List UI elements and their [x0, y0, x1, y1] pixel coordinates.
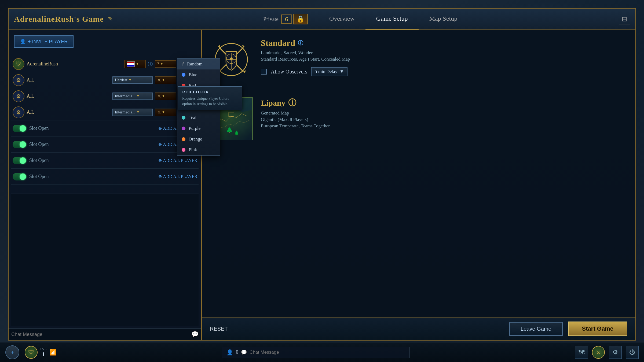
slot-toggle[interactable] [13, 173, 27, 180]
slot-row: Slot Open ⊕ ADD A.I. PLAYER [11, 153, 199, 169]
player-avatar: 🛡 [25, 346, 38, 359]
gear-icon: ⚙ [613, 349, 618, 356]
info-button[interactable]: ⓘ [148, 61, 153, 67]
avatar: ⚙ [13, 106, 24, 118]
svg-text:🌲: 🌲 [234, 131, 239, 136]
chat-input[interactable] [11, 332, 191, 337]
bottom-bar: RESET Leave Game Start Game [202, 317, 635, 340]
leave-game-button[interactable]: Leave Game [509, 322, 563, 336]
taskbar-message-icon: 💬 [241, 349, 247, 355]
plus-icon: ⊕ [158, 126, 162, 131]
taskbar-chat-input[interactable] [250, 350, 405, 355]
edit-icon[interactable]: ✎ [108, 16, 113, 23]
civ-dropdown[interactable]: ▼ [124, 60, 146, 68]
level-label: LVL [40, 347, 47, 351]
slot-toggle[interactable] [13, 141, 27, 148]
setup-desc-1: Landmarks, Sacred, Wonder [261, 50, 627, 56]
svg-text:🌲: 🌲 [226, 127, 233, 133]
color-swatch-pink [182, 148, 185, 152]
color-option-label: Random [187, 61, 203, 67]
difficulty-dropdown[interactable]: Intermedia... ▼ [112, 93, 153, 100]
delay-value: 5 min Delay [315, 69, 337, 74]
taskbar-right: 🗺 ⚔ ⚙ ⏻ [575, 346, 639, 359]
avatar: 🛡 [13, 58, 24, 70]
slot-row: Slot Open ⊕ ADD A.I. PLAYER [11, 136, 199, 153]
taskbar: + 🛡 LVL 1 📶 👤 0 💬 🗺 ⚔ ⚙ ⏻ [0, 342, 644, 362]
add-ai-button[interactable]: ⊕ ADD A.I. PLAYER [158, 174, 197, 179]
plus-icon: ⊕ [158, 158, 162, 163]
slot-label: Slot Open [29, 125, 156, 131]
color-option-label: Orange [189, 136, 202, 142]
difficulty-dropdown[interactable]: Hardest ▼ [112, 76, 153, 84]
allow-observers-label: Allow Observers [271, 69, 307, 75]
power-icon: ⏻ [629, 349, 635, 356]
invite-player-button[interactable]: 👤 + INVITE PLAYER [14, 35, 74, 48]
color-option-label: Purple [189, 126, 200, 131]
tab-game-setup[interactable]: Game Setup [365, 9, 419, 29]
observers-row: Allow Observers 5 min Delay ▼ [261, 67, 627, 76]
color-option-random[interactable]: ? Random [177, 58, 220, 69]
game-setup-content: Standard ⓘ Landmarks, Sacred, Wonder Sta… [202, 30, 635, 317]
allow-observers-checkbox[interactable] [261, 69, 267, 75]
difficulty-dropdown[interactable]: Intermedia... ▼ [112, 109, 153, 116]
taskbar-person-icon: 👤 [226, 349, 233, 356]
right-panel: Standard ⓘ Landmarks, Sacred, Wonder Sta… [202, 30, 635, 340]
table-row: ⚙ A.I. Intermedia... ▼ ⚔ ▼ 👥 ? ▼ [11, 104, 199, 120]
civ-dropdown[interactable]: ⚔ ▼ [155, 76, 176, 84]
color-option-purple[interactable]: Purple [177, 123, 220, 134]
taskbar-chat-area: 👤 0 💬 [222, 347, 410, 358]
info-icon[interactable]: ⓘ [298, 39, 303, 47]
civ-icon: ⚔ [157, 94, 161, 99]
map-section: 🌲 🌲 Lipany ⓘ Generated Map Gigantic (Max… [210, 97, 627, 140]
start-game-button[interactable]: Start Game [568, 322, 627, 336]
difficulty-label: Hardest [115, 78, 127, 82]
info-icon[interactable]: ⓘ [288, 97, 296, 108]
chevron-down-icon: ▼ [136, 62, 139, 66]
slot-label: Slot Open [29, 142, 156, 147]
header: AdrenalineRush's Game ✎ Private 6 🔒 Over… [9, 9, 635, 30]
difficulty-label: Intermedia... [115, 94, 135, 98]
civ-dropdown[interactable]: ⚔ ▼ [155, 109, 176, 116]
left-panel: 👤 + INVITE PLAYER 🛡 AdrenalineRush ▼ ⓘ [9, 30, 202, 340]
civ-dropdown[interactable]: ⚔ ▼ [155, 93, 176, 100]
civ-icon-button[interactable]: ⚔ [592, 346, 605, 359]
player-name: AdrenalineRush [27, 61, 122, 67]
wifi-icon: 📶 [49, 349, 57, 356]
color-option-label: Pink [189, 147, 197, 153]
lock-icon[interactable]: 🔒 [293, 14, 308, 24]
reset-button[interactable]: RESET [210, 326, 228, 332]
settings-button[interactable]: ⚙ [609, 346, 622, 359]
level-number: 1 [42, 351, 45, 357]
color-option-label: Teal [189, 115, 196, 120]
add-ai-button[interactable]: ⊕ ADD A.I. PLAYER [158, 158, 197, 163]
color-option-blue[interactable]: Blue [177, 69, 220, 80]
chat-area [11, 194, 199, 326]
color-swatch-blue [182, 73, 185, 77]
map-details: Lipany ⓘ Generated Map Gigantic (Max. 8 … [261, 97, 627, 140]
civ-emblem-icon: ⚔ [596, 349, 601, 356]
civ-icon: ⚔ [157, 110, 161, 115]
avatar: ⚙ [13, 74, 24, 86]
map-icon-button[interactable]: 🗺 [575, 346, 588, 359]
add-button[interactable]: + [5, 345, 19, 359]
delay-dropdown[interactable]: 5 min Delay ▼ [311, 67, 347, 76]
random-icon: ? [182, 61, 184, 67]
color-dropdown-trigger[interactable]: ? ▼ [155, 60, 176, 68]
slot-count: 6 [281, 14, 292, 24]
chevron-down-icon: ▼ [162, 78, 165, 82]
color-option-orange[interactable]: Orange [177, 134, 220, 145]
tab-overview[interactable]: Overview [319, 9, 365, 29]
color-option-teal[interactable]: Teal [177, 112, 220, 123]
chat-send-icon[interactable]: 💬 [191, 331, 199, 338]
svg-marker-8 [242, 45, 245, 47]
color-option-pink[interactable]: Pink [177, 145, 220, 155]
minimize-button[interactable]: ⊟ [619, 14, 630, 24]
tab-map-setup[interactable]: Map Setup [419, 9, 468, 29]
chevron-down-icon: ▼ [136, 110, 140, 114]
power-button[interactable]: ⏻ [626, 346, 639, 359]
map-name: Lipany ⓘ [261, 97, 627, 108]
slot-toggle[interactable] [13, 157, 27, 164]
map-size: Gigantic (Max. 8 Players) [261, 117, 627, 122]
slot-toggle[interactable] [13, 125, 27, 132]
player-info: 🛡 LVL 1 📶 [25, 346, 57, 359]
